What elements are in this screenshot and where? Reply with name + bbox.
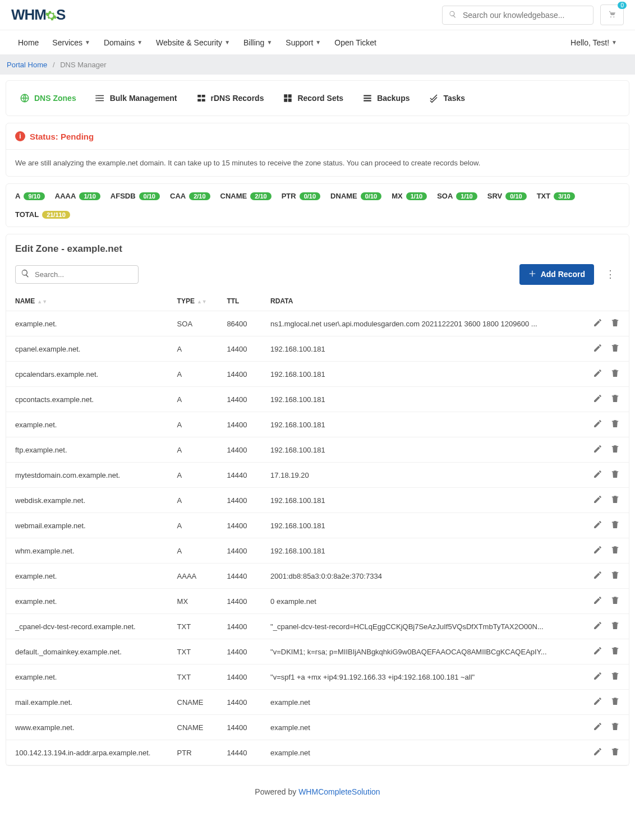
- delete-button[interactable]: [610, 570, 620, 581]
- edit-button[interactable]: [593, 722, 602, 733]
- nav-website-security[interactable]: Website & Security▼: [149, 38, 237, 47]
- add-record-button[interactable]: Add Record: [519, 264, 594, 285]
- nav-open-ticket[interactable]: Open Ticket: [328, 38, 383, 47]
- cell-type: TXT: [168, 664, 218, 690]
- delete-button[interactable]: [610, 596, 620, 607]
- delete-button[interactable]: [610, 671, 620, 682]
- delete-button[interactable]: [610, 747, 620, 758]
- nav-greeting[interactable]: Hello, Test!▼: [564, 38, 624, 47]
- col-name[interactable]: NAME▲▼: [6, 292, 168, 311]
- edit-button[interactable]: [593, 570, 602, 581]
- edit-button[interactable]: [593, 469, 602, 481]
- nav-billing[interactable]: Billing▼: [237, 38, 279, 47]
- edit-button[interactable]: [593, 696, 602, 708]
- delete-button[interactable]: [610, 469, 620, 481]
- delete-button[interactable]: [610, 343, 620, 354]
- cell-actions: [573, 740, 629, 765]
- count-pill: 1/10: [406, 192, 427, 200]
- cart-button[interactable]: 0: [600, 4, 624, 25]
- gear-icon: [45, 6, 57, 24]
- kb-search-input[interactable]: [442, 6, 593, 25]
- count-pill: 0/10: [505, 192, 526, 200]
- edit-button[interactable]: [593, 394, 602, 405]
- logo-text-post: S: [56, 6, 65, 24]
- delete-button[interactable]: [610, 520, 620, 531]
- delete-button[interactable]: [610, 646, 620, 657]
- cart-icon: [608, 12, 616, 20]
- edit-button[interactable]: [593, 646, 602, 657]
- nav-services[interactable]: Services▼: [45, 38, 97, 47]
- cell-rdata: "v=spf1 +a +mx +ip4:91.192.166.33 +ip4:1…: [261, 664, 573, 690]
- count-pill: 0/10: [300, 192, 320, 200]
- more-menu-button[interactable]: ⋮: [601, 264, 620, 285]
- cell-name: mytestdomain.com.example.net.: [6, 463, 168, 488]
- tab-backups[interactable]: Backups: [355, 89, 417, 108]
- cell-rdata: 192.168.100.181: [261, 437, 573, 463]
- caret-icon: ▼: [85, 39, 90, 45]
- delete-button[interactable]: [610, 419, 620, 430]
- breadcrumb-current: DNS Manager: [60, 61, 106, 69]
- table-row: whm.example.net.A14400192.168.100.181: [6, 538, 629, 564]
- col-rdata[interactable]: RDATA: [261, 292, 573, 311]
- edit-button[interactable]: [593, 520, 602, 531]
- count-a: A9/10: [15, 192, 45, 200]
- cell-rdata: example.net: [261, 715, 573, 740]
- edit-button[interactable]: [593, 318, 602, 329]
- delete-button[interactable]: [610, 368, 620, 380]
- delete-button[interactable]: [610, 318, 620, 329]
- svg-rect-13: [288, 99, 292, 102]
- plus-icon: [528, 270, 536, 279]
- cell-type: AAAA: [168, 564, 218, 589]
- delete-button[interactable]: [610, 394, 620, 405]
- delete-button[interactable]: [610, 545, 620, 556]
- count-pill: 2/10: [250, 192, 271, 200]
- edit-button[interactable]: [593, 747, 602, 758]
- table-search-input[interactable]: [15, 265, 139, 284]
- count-label: CNAME: [220, 192, 247, 200]
- nav-domains[interactable]: Domains▼: [97, 38, 149, 47]
- cell-rdata: 192.168.100.181: [261, 336, 573, 362]
- table-row: mytestdomain.com.example.net.A1444017.18…: [6, 463, 629, 488]
- footer-link[interactable]: WHMCompleteSolution: [298, 787, 380, 796]
- edit-button[interactable]: [593, 419, 602, 430]
- cell-name: cpanel.example.net.: [6, 336, 168, 362]
- edit-button[interactable]: [593, 368, 602, 380]
- cell-name: example.net.: [6, 564, 168, 589]
- cell-ttl: 14400: [218, 639, 261, 664]
- edit-button[interactable]: [593, 621, 602, 632]
- tab-icon: [95, 93, 105, 103]
- edit-button[interactable]: [593, 596, 602, 607]
- nav-support[interactable]: Support▼: [279, 38, 328, 47]
- cell-name: ftp.example.net.: [6, 437, 168, 463]
- col-ttl[interactable]: TTL: [218, 292, 261, 311]
- delete-button[interactable]: [610, 722, 620, 733]
- svg-point-3: [95, 95, 96, 96]
- nav-home[interactable]: Home: [11, 38, 45, 47]
- edit-button[interactable]: [593, 545, 602, 556]
- delete-button[interactable]: [610, 444, 620, 455]
- delete-button[interactable]: [610, 696, 620, 708]
- logo[interactable]: WHM S: [11, 6, 65, 24]
- table-row: mail.example.net.CNAME14400example.net: [6, 690, 629, 715]
- tab-icon: [429, 93, 439, 103]
- delete-button[interactable]: [610, 621, 620, 632]
- tab-tasks[interactable]: Tasks: [421, 89, 473, 108]
- edit-button[interactable]: [593, 495, 602, 506]
- cell-actions: [573, 715, 629, 740]
- cell-ttl: 14400: [218, 589, 261, 614]
- tab-bulk-management[interactable]: Bulk Management: [88, 89, 185, 108]
- tab-record-sets[interactable]: Record Sets: [275, 89, 351, 108]
- svg-point-0: [610, 16, 611, 17]
- tab-rdns-records[interactable]: rDNS Records: [188, 89, 272, 108]
- cell-name: www.example.net.: [6, 715, 168, 740]
- col-type[interactable]: TYPE▲▼: [168, 292, 218, 311]
- cell-rdata: 17.18.19.20: [261, 463, 573, 488]
- count-pill: 2/10: [189, 192, 210, 200]
- navbar: Home Services▼ Domains▼ Website & Securi…: [0, 30, 635, 55]
- delete-button[interactable]: [610, 495, 620, 506]
- edit-button[interactable]: [593, 444, 602, 455]
- breadcrumb-home[interactable]: Portal Home: [7, 61, 47, 69]
- edit-button[interactable]: [593, 343, 602, 354]
- edit-button[interactable]: [593, 671, 602, 682]
- tab-dns-zones[interactable]: DNS Zones: [12, 89, 84, 108]
